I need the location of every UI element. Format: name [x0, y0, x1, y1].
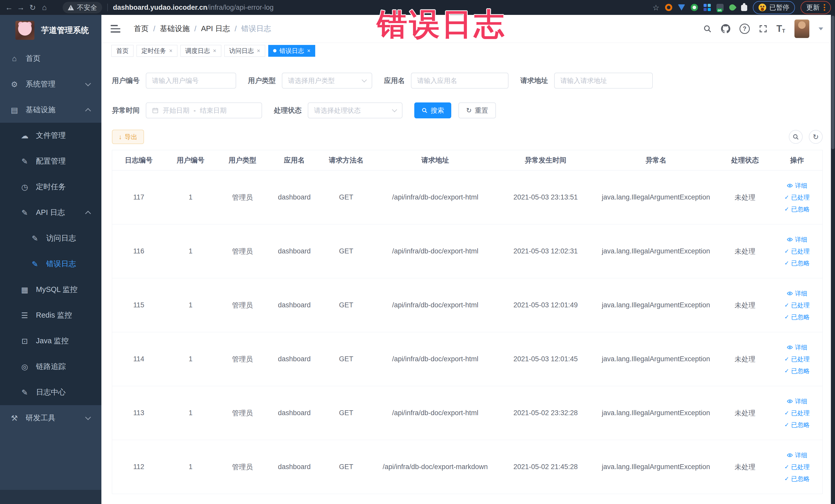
- security-chip[interactable]: ! 不安全: [63, 2, 102, 13]
- help-icon[interactable]: ?: [739, 24, 750, 34]
- action-已忽略[interactable]: ✓已忽略: [785, 205, 810, 213]
- eye-icon: ◎: [19, 362, 30, 371]
- breadcrumb-item[interactable]: API 日志: [201, 24, 230, 34]
- tab-label: 调度日志: [185, 47, 210, 55]
- sidebar-menu: ⌂首页⚙系统管理▤基础设施☁文件管理✎配置管理◷定时任务✎API 日志✎访问日志…: [0, 46, 101, 431]
- app-name-input[interactable]: 请输入应用名: [411, 73, 509, 88]
- action-详细[interactable]: 详细: [787, 289, 807, 298]
- sidebar-item-label: Redis 监控: [36, 310, 72, 320]
- sidebar-item-Java-监控[interactable]: ⊡Java 监控: [0, 328, 101, 354]
- browser-home-icon[interactable]: ⌂: [39, 3, 50, 12]
- extension-shield-icon[interactable]: [678, 4, 685, 11]
- reset-button[interactable]: ↻ 重置: [459, 102, 496, 118]
- cell-url: /api/infra/db-doc/export-html: [373, 224, 498, 278]
- tab-调度日志[interactable]: 调度日志×: [180, 45, 221, 57]
- action-已忽略[interactable]: ✓已忽略: [785, 259, 810, 267]
- update-button[interactable]: 更新: [801, 1, 831, 14]
- sidebar-item-首页[interactable]: ⌂首页: [0, 46, 101, 72]
- github-icon[interactable]: [721, 24, 730, 33]
- search-button[interactable]: 搜索: [414, 102, 451, 118]
- cell-method: GET: [320, 440, 373, 494]
- refresh-table-button[interactable]: ↻: [809, 130, 823, 144]
- extension-grid-icon[interactable]: [704, 4, 711, 11]
- action-已忽略[interactable]: ✓已忽略: [785, 421, 810, 429]
- sidebar-item-系统管理[interactable]: ⚙系统管理: [0, 72, 101, 97]
- request-url-input[interactable]: 请输入请求地址: [554, 73, 653, 88]
- address-bar[interactable]: dashboard.yudao.iocoder.cn/infra/log/api…: [113, 4, 273, 12]
- tab-label: 错误日志: [280, 47, 304, 55]
- breadcrumb-item[interactable]: 首页: [134, 24, 149, 34]
- browser-back-icon[interactable]: ←: [3, 3, 15, 12]
- browser-menu-icon[interactable]: [824, 4, 825, 11]
- sidebar-item-访问日志[interactable]: ✎访问日志: [0, 225, 101, 251]
- sidebar-item-MySQL-监控[interactable]: ▦MySQL 监控: [0, 277, 101, 302]
- page-scrollbar[interactable]: [831, 15, 835, 504]
- browser-reload-icon[interactable]: ↻: [27, 3, 39, 12]
- extension-on-badge-icon[interactable]: on: [716, 4, 724, 11]
- sidebar-item-定时任务[interactable]: ◷定时任务: [0, 174, 101, 200]
- sidebar-item-链路追踪[interactable]: ◎链路追踪: [0, 354, 101, 380]
- scrollbar-thumb[interactable]: [831, 16, 834, 149]
- export-button[interactable]: ↓ 导出: [112, 130, 144, 144]
- exception-time-range-input[interactable]: 开始日期 - 结束日期: [146, 102, 262, 118]
- user-type-select[interactable]: 请选择用户类型: [282, 73, 372, 88]
- toggle-search-button[interactable]: [789, 130, 803, 144]
- action-详细[interactable]: 详细: [787, 451, 807, 459]
- paused-badge[interactable]: 已暂停: [753, 1, 795, 14]
- cell-user_id: 1: [165, 386, 216, 440]
- tab-定时任务[interactable]: 定时任务×: [137, 45, 177, 57]
- sidebar-item-API-日志[interactable]: ✎API 日志: [0, 200, 101, 225]
- font-size-icon[interactable]: TT: [776, 24, 785, 33]
- action-详细[interactable]: 详细: [787, 343, 807, 351]
- fullscreen-icon[interactable]: [759, 25, 767, 33]
- action-已忽略[interactable]: ✓已忽略: [785, 313, 810, 321]
- action-已处理[interactable]: ✓已处理: [785, 409, 810, 417]
- browser-forward-icon[interactable]: →: [15, 3, 27, 12]
- action-已处理[interactable]: ✓已处理: [785, 247, 810, 256]
- close-icon[interactable]: ×: [169, 48, 172, 54]
- sidebar-item-配置管理[interactable]: ✎配置管理: [0, 148, 101, 174]
- action-已处理[interactable]: ✓已处理: [785, 355, 810, 363]
- action-详细[interactable]: 详细: [787, 182, 807, 190]
- extension-sprout-icon[interactable]: [728, 3, 737, 12]
- cell-log_id: 113: [112, 386, 165, 440]
- tab-访问日志[interactable]: 访问日志×: [224, 45, 265, 57]
- sidebar-item-label: Java 监控: [36, 336, 68, 346]
- browser-toolbar: ← → ↻ ⌂ ! 不安全 dashboard.yudao.iocoder.cn…: [0, 0, 835, 15]
- sidebar-item-基础设施[interactable]: ▤基础设施: [0, 97, 101, 123]
- sidebar-item-错误日志[interactable]: ✎错误日志: [0, 251, 101, 277]
- cell-status: 未处理: [718, 332, 772, 386]
- cell-log_id: 117: [112, 170, 165, 224]
- sidebar-item-研发工具[interactable]: ⚒研发工具: [0, 405, 101, 431]
- chevron-down-icon: [392, 107, 397, 112]
- app-logo-row[interactable]: 芋道管理系统: [0, 15, 101, 46]
- action-已处理[interactable]: ✓已处理: [785, 301, 810, 309]
- action-已忽略[interactable]: ✓已忽略: [785, 475, 810, 483]
- cell-exception: java.lang.IllegalArgumentException: [593, 386, 718, 440]
- tab-首页[interactable]: 首页: [111, 45, 134, 57]
- action-已处理[interactable]: ✓已处理: [785, 463, 810, 471]
- user-id-input[interactable]: 请输入用户编号: [146, 73, 236, 88]
- breadcrumb-item[interactable]: 基础设施: [160, 24, 190, 34]
- search-icon[interactable]: [703, 24, 712, 33]
- tab-错误日志[interactable]: 错误日志×: [268, 45, 315, 57]
- bookmark-star-icon[interactable]: ☆: [652, 3, 659, 12]
- action-已处理[interactable]: ✓已处理: [785, 193, 810, 202]
- extension-orange-icon[interactable]: [665, 4, 672, 11]
- extensions-puzzle-icon[interactable]: [741, 5, 747, 11]
- action-详细[interactable]: 详细: [787, 397, 807, 405]
- close-icon[interactable]: ×: [307, 48, 311, 54]
- sidebar-item-文件管理[interactable]: ☁文件管理: [0, 123, 101, 148]
- extension-green-icon[interactable]: [691, 4, 698, 11]
- action-已忽略[interactable]: ✓已忽略: [785, 367, 810, 375]
- close-icon[interactable]: ×: [213, 48, 217, 54]
- sidebar-item-日志中心[interactable]: ✎日志中心: [0, 380, 101, 405]
- action-详细[interactable]: 详细: [787, 236, 807, 244]
- process-status-select[interactable]: 请选择处理状态: [308, 102, 403, 118]
- sidebar-item-Redis-监控[interactable]: ☰Redis 监控: [0, 302, 101, 328]
- chevron-down-icon[interactable]: [819, 27, 823, 30]
- cell-method: GET: [320, 386, 373, 440]
- avatar[interactable]: [794, 20, 809, 38]
- close-icon[interactable]: ×: [257, 48, 260, 54]
- sidebar-collapse-icon[interactable]: [110, 25, 120, 33]
